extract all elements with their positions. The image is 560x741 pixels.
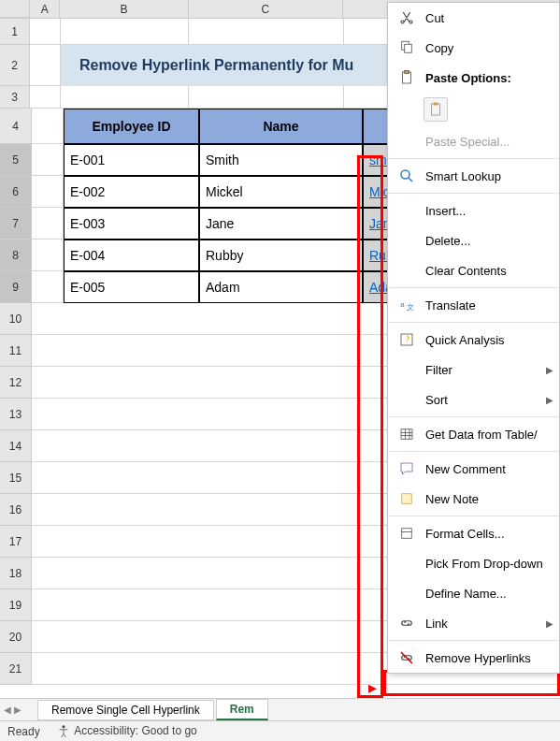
sheet-tabs: ◀ ▶ Remove Single Cell Hyperlink Rem (0, 698, 560, 720)
menu-remove-hyperlinks[interactable]: Remove Hyperlinks (388, 643, 559, 673)
status-bar: Ready Accessibility: Good to go (0, 720, 560, 741)
menu-label: Paste Options: (425, 71, 553, 85)
blank-icon (395, 358, 418, 381)
menu-insert[interactable]: Insert... (388, 196, 559, 225)
svg-rect-12 (402, 529, 412, 539)
row-header-10[interactable]: 10 (0, 303, 32, 335)
menu-new-note[interactable]: New Note (388, 484, 559, 514)
menu-new-comment[interactable]: New Comment (388, 454, 559, 484)
menu-translate[interactable]: a文 Translate (388, 290, 559, 320)
tab-nav[interactable]: ◀ ▶ (4, 705, 22, 715)
col-header-c[interactable]: C (189, 0, 344, 18)
tab-active[interactable]: Rem (216, 699, 268, 720)
table-cell-id[interactable]: E-005 (64, 271, 199, 303)
cell[interactable] (189, 19, 344, 45)
format-icon (395, 522, 418, 545)
menu-label: Filter (425, 363, 546, 377)
menu-label: New Comment (425, 462, 553, 476)
menu-quick-analysis[interactable]: Quick Analysis (388, 325, 559, 355)
menu-sort[interactable]: Sort ▶ (388, 385, 559, 414)
note-icon (395, 487, 418, 510)
status-accessibility[interactable]: Accessibility: Good to go (55, 723, 197, 740)
menu-filter[interactable]: Filter ▶ (388, 355, 559, 385)
cell[interactable] (61, 19, 189, 45)
row-header-20[interactable]: 20 (0, 621, 32, 653)
link-icon (395, 612, 418, 634)
col-header-a[interactable]: A (30, 0, 60, 18)
row-header-3[interactable]: 3 (0, 86, 30, 109)
row-header-1[interactable]: 1 (0, 19, 30, 45)
menu-define-name[interactable]: Define Name... (388, 578, 559, 608)
menu-paste-options: Paste Options: (388, 63, 559, 93)
menu-separator (388, 287, 559, 288)
col-header-b[interactable]: B (60, 0, 188, 18)
svg-rect-9 (401, 334, 412, 345)
table-header-id[interactable]: Employee ID (64, 109, 199, 144)
table-cell-name[interactable]: Adam (199, 271, 363, 303)
menu-delete[interactable]: Delete... (388, 225, 559, 255)
cell[interactable] (32, 176, 64, 208)
svg-rect-10 (401, 429, 412, 440)
menu-label: New Note (425, 492, 553, 506)
row-header-13[interactable]: 13 (0, 399, 32, 430)
chevron-right-icon: ▶ (546, 618, 553, 629)
row-header-2[interactable]: 2 (0, 45, 30, 86)
row-header-19[interactable]: 19 (0, 589, 32, 621)
row-header-18[interactable]: 18 (0, 558, 32, 589)
menu-separator (388, 322, 559, 323)
row-header-9[interactable]: 9 (0, 271, 32, 303)
table-cell-name[interactable]: Mickel (199, 176, 363, 208)
table-cell-id[interactable]: E-002 (64, 176, 199, 208)
row-header-7[interactable]: 7 (0, 208, 32, 240)
menu-clear-contents[interactable]: Clear Contents (388, 255, 559, 285)
select-all[interactable] (0, 0, 30, 18)
row-header-12[interactable]: 12 (0, 367, 32, 399)
svg-rect-1 (405, 44, 412, 52)
table-icon (395, 423, 418, 445)
table-cell-name[interactable]: Rubby (199, 240, 363, 271)
svg-rect-5 (434, 103, 438, 106)
menu-link[interactable]: Link ▶ (388, 608, 559, 638)
menu-copy[interactable]: Copy (388, 33, 559, 63)
cell[interactable] (32, 109, 64, 144)
cell[interactable] (189, 86, 344, 109)
table-cell-id[interactable]: E-003 (64, 208, 199, 240)
table-cell-name[interactable]: Jane (199, 208, 363, 240)
cell[interactable] (32, 271, 64, 303)
cell[interactable] (30, 19, 61, 45)
row-header-21[interactable]: 21 (0, 653, 32, 685)
menu-pick-dropdown[interactable]: Pick From Drop-down (388, 548, 559, 578)
row-header-5[interactable]: 5 (0, 144, 32, 176)
row-header-17[interactable]: 17 (0, 526, 32, 558)
row-header-8[interactable]: 8 (0, 240, 32, 271)
menu-cut[interactable]: Cut (388, 3, 559, 33)
table-cell-id[interactable]: E-001 (64, 144, 199, 176)
svg-rect-11 (402, 494, 412, 504)
row-header-11[interactable]: 11 (0, 335, 32, 367)
row-header-6[interactable]: 6 (0, 176, 32, 208)
menu-separator (388, 640, 559, 641)
menu-label: Format Cells... (425, 527, 553, 541)
cell[interactable] (30, 45, 61, 86)
cell[interactable] (32, 144, 64, 176)
cell[interactable] (32, 240, 64, 271)
menu-format-cells[interactable]: Format Cells... (388, 518, 559, 548)
cell[interactable] (61, 86, 189, 109)
paste-default-icon[interactable] (424, 97, 448, 122)
clipboard-icon (395, 66, 418, 89)
menu-separator (388, 158, 559, 159)
row-header-4[interactable]: 4 (0, 109, 32, 144)
chevron-right-icon: ▶ (546, 365, 553, 375)
menu-label: Sort (425, 393, 546, 407)
cell[interactable] (30, 86, 61, 109)
row-header-15[interactable]: 15 (0, 462, 32, 494)
menu-smart-lookup[interactable]: Smart Lookup (388, 161, 559, 191)
table-cell-name[interactable]: Smith (199, 144, 363, 176)
menu-get-data[interactable]: Get Data from Table/ (388, 419, 559, 449)
tab-remove-single[interactable]: Remove Single Cell Hyperlink (37, 700, 214, 720)
table-header-name[interactable]: Name (199, 109, 363, 144)
row-header-16[interactable]: 16 (0, 494, 32, 526)
cell[interactable] (32, 208, 64, 240)
row-header-14[interactable]: 14 (0, 430, 32, 462)
table-cell-id[interactable]: E-004 (64, 240, 199, 271)
